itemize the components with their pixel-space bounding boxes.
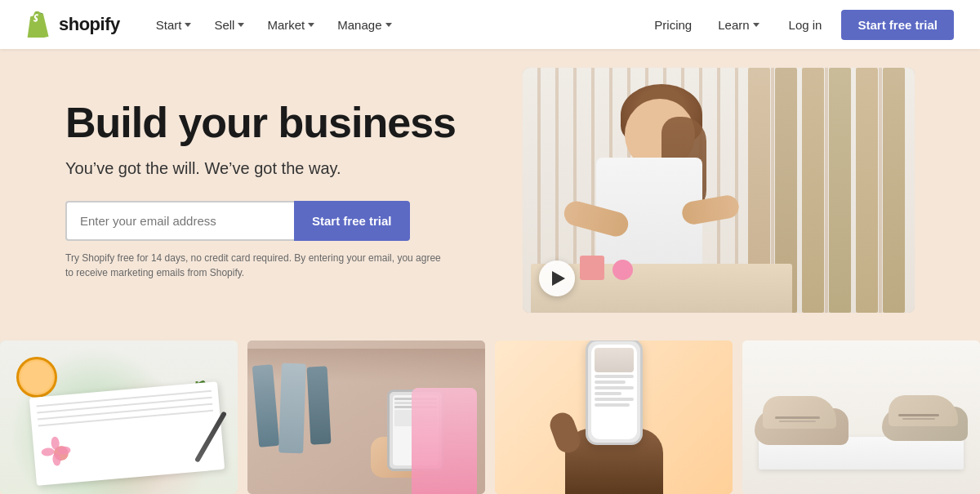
nav-item-start[interactable]: Start (146, 11, 202, 38)
slat (829, 68, 851, 313)
chevron-down-icon (308, 23, 314, 27)
notebook (29, 381, 225, 486)
nav-login-link[interactable]: Log in (776, 11, 835, 38)
hero-disclaimer: Try Shopify free for 14 days, no credit … (65, 251, 441, 280)
gallery-image-phone (495, 340, 733, 494)
nav-item-sell[interactable]: Sell (204, 11, 254, 38)
slat (856, 68, 878, 313)
hero-photo (523, 68, 915, 313)
desk-item (580, 256, 604, 280)
chevron-down-icon (753, 23, 760, 27)
notebook-lines (37, 390, 214, 432)
nav-market-label: Market (267, 18, 305, 32)
bottom-gallery (0, 331, 980, 494)
nav-manage-label: Manage (337, 18, 381, 32)
navigation: shopify Start Sell Market Manage Pricing… (0, 0, 980, 49)
chevron-down-icon (185, 23, 191, 27)
slat (802, 68, 824, 313)
nav-item-manage[interactable]: Manage (327, 11, 401, 38)
nav-start-free-trial-button[interactable]: Start free trial (841, 10, 954, 40)
hero-section: Build your business You’ve got the will.… (0, 49, 980, 331)
desk-item-2 (612, 260, 633, 280)
nav-learn-label: Learn (718, 18, 749, 32)
nav-learn-dropdown[interactable]: Learn (708, 11, 768, 38)
phone-device (586, 340, 643, 445)
chevron-down-icon (385, 23, 392, 27)
hero-title: Build your business (65, 100, 490, 146)
nav-pricing-link[interactable]: Pricing (644, 11, 702, 38)
logo-link[interactable]: shopify (26, 11, 120, 38)
shopify-logo-icon (26, 11, 52, 38)
email-input[interactable] (65, 201, 294, 241)
logo-text: shopify (59, 14, 120, 35)
nav-start-label: Start (156, 18, 182, 32)
person-shirt (412, 388, 477, 494)
nav-left-items: Start Sell Market Manage (146, 11, 645, 38)
hero-form: Start free trial (65, 201, 490, 241)
shoe-left (755, 388, 853, 445)
hero-image (523, 68, 915, 313)
coffee-cup (16, 357, 57, 398)
shoe-right (882, 388, 972, 441)
gallery-image-shoes (742, 340, 980, 494)
nav-item-market[interactable]: Market (257, 11, 324, 38)
hero-start-free-trial-button[interactable]: Start free trial (294, 201, 410, 241)
clothing-item (278, 363, 306, 454)
hand-phone (565, 340, 663, 494)
play-icon (552, 271, 565, 286)
gallery-image-tablet (247, 340, 485, 494)
play-button[interactable] (539, 260, 575, 296)
nav-sell-label: Sell (214, 18, 234, 32)
person-figure (555, 84, 768, 313)
slat (883, 68, 905, 313)
chevron-down-icon (238, 23, 244, 27)
phone-screen (591, 345, 637, 439)
clothing-item (307, 366, 332, 444)
gallery-image-notebook (0, 340, 238, 494)
hero-subtitle: You’ve got the will. We’ve got the way. (65, 159, 490, 178)
flower-sketch (41, 433, 81, 473)
hero-content: Build your business You’ve got the will.… (65, 100, 523, 280)
nav-right-items: Pricing Learn Log in Start free trial (644, 10, 954, 40)
